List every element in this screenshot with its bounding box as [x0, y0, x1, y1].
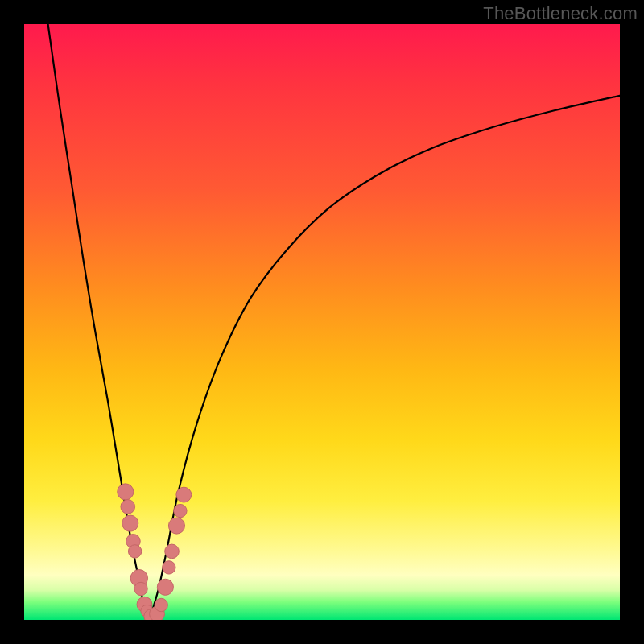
data-marker [163, 561, 175, 574]
data-marker [176, 487, 192, 502]
data-marker [128, 545, 141, 558]
curve-layer [24, 24, 620, 620]
data-marker [122, 515, 138, 531]
data-marker [121, 500, 135, 514]
plot-area [24, 24, 620, 620]
data-marker [157, 579, 173, 595]
chart-frame: TheBottleneck.com [0, 0, 644, 644]
data-marker [174, 504, 187, 517]
data-marker [134, 582, 147, 595]
data-marker [165, 544, 180, 559]
data-markers [118, 484, 192, 620]
data-marker [118, 484, 134, 500]
right-branch-path [149, 96, 620, 620]
watermark-text: TheBottleneck.com [483, 3, 638, 24]
data-marker [155, 598, 167, 611]
data-marker [168, 518, 184, 534]
